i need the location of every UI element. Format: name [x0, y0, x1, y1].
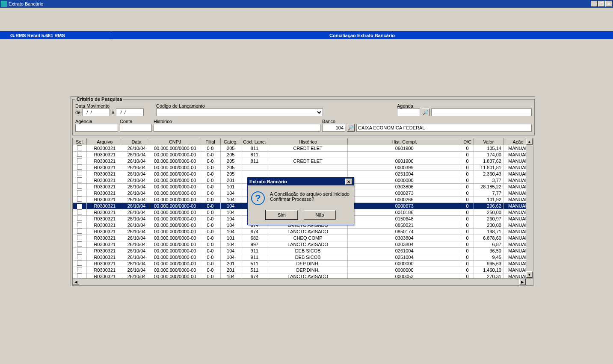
row-checkbox[interactable] [77, 152, 82, 157]
cell: 0 [461, 261, 474, 267]
cell: R0300321 [86, 254, 123, 261]
table-row[interactable]: R030032126/10/0400.000.000/0000-000-0104… [73, 248, 533, 254]
row-checkbox[interactable] [77, 158, 82, 163]
cell: 00.000.000/0000-00 [150, 197, 200, 203]
window-titlebar: Extrato Bancário _ ❐ ✕ [0, 0, 613, 8]
cell [73, 171, 87, 177]
scroll-left-button[interactable]: ◀ [73, 279, 79, 285]
table-row[interactable]: R030032126/10/0400.000.000/0000-000-0104… [73, 241, 533, 248]
date-to-input[interactable] [116, 109, 144, 116]
table-row[interactable]: R030032126/10/0400.000.000/0000-000-0205… [73, 145, 533, 152]
row-checkbox[interactable] [77, 222, 82, 227]
banco-name-input[interactable] [356, 124, 532, 132]
row-checkbox[interactable] [77, 164, 82, 170]
cell: 0-0 [200, 190, 221, 197]
restore-button[interactable]: ❐ [598, 1, 605, 7]
col-filial[interactable]: Filial [200, 139, 221, 145]
historico-input[interactable] [154, 124, 320, 132]
cell: DEP.DINH. [268, 267, 348, 273]
dialog-title: Extrato Bancário [249, 179, 287, 184]
cell: 00.000.000/0000-00 [150, 254, 200, 261]
cell: R0300321 [86, 145, 123, 152]
banco-lookup-button[interactable]: 🔎 [347, 124, 355, 132]
close-button[interactable]: ✕ [605, 1, 612, 7]
row-checkbox[interactable] [77, 209, 82, 214]
cell: 0 [461, 184, 474, 190]
col-arquivo[interactable]: Arquivo [86, 139, 123, 145]
table-row[interactable]: R030032126/10/0400.000.000/0000-000-0205… [73, 171, 533, 177]
cell: 26/10/04 [123, 222, 150, 229]
row-checkbox[interactable] [77, 248, 82, 253]
cell: 511 [241, 261, 268, 267]
table-row[interactable]: R030032126/10/0400.000.000/0000-000-0104… [73, 229, 533, 235]
row-checkbox[interactable] [77, 229, 82, 234]
cell: 0-0 [200, 203, 221, 209]
cell: 26/10/04 [123, 171, 150, 177]
cell: 28.185,22 [474, 184, 503, 190]
cell: 26/10/04 [123, 203, 150, 209]
cell: 205 [220, 152, 241, 158]
cell: 26/10/04 [123, 190, 150, 197]
col-sel[interactable]: Sel. [73, 139, 87, 145]
horizontal-scrollbar[interactable]: ◀ ▶ [73, 278, 533, 285]
col-hcompl[interactable]: Hist. Compl. [347, 139, 461, 145]
cell: 0000000 [347, 261, 461, 267]
dialog-close-button[interactable]: ✕ [345, 179, 352, 185]
row-checkbox[interactable] [77, 197, 82, 202]
dialog-no-button[interactable]: Não [304, 210, 336, 220]
row-checkbox[interactable] [77, 241, 82, 247]
agenda-code-input[interactable] [397, 109, 420, 116]
codigo-lancamento-select[interactable] [156, 109, 323, 116]
cell: 0-0 [200, 248, 221, 254]
row-checkbox[interactable] [77, 190, 82, 195]
table-row[interactable]: R030032126/10/0400.000.000/0000-000-0205… [73, 158, 533, 164]
table-row[interactable]: R030032126/10/0400.000.000/0000-000-0201… [73, 261, 533, 267]
col-data[interactable]: Data [123, 139, 150, 145]
minimize-button[interactable]: _ [591, 1, 598, 7]
col-valor[interactable]: Valor [474, 139, 503, 145]
row-checkbox[interactable] [77, 171, 82, 176]
date-from-input[interactable] [82, 109, 110, 116]
col-categ[interactable]: Categ. [220, 139, 241, 145]
scroll-right-button[interactable]: ▶ [519, 279, 526, 285]
cell [73, 267, 87, 273]
vertical-scrollbar[interactable]: ▲ ▼ [526, 138, 533, 278]
cell: 911 [241, 254, 268, 261]
cell: 101,92 [474, 197, 503, 203]
cell: DEP.DINH. [268, 261, 348, 267]
cell: R0300321 [86, 241, 123, 248]
table-row[interactable]: R030032126/10/0400.000.000/0000-000-0104… [73, 254, 533, 261]
table-row[interactable]: R030032126/10/0400.000.000/0000-000-0201… [73, 267, 533, 273]
cell: 0850021 [347, 222, 461, 229]
banco-code-input[interactable] [322, 124, 345, 132]
cell: 997 [241, 241, 268, 248]
row-checkbox[interactable] [77, 267, 82, 272]
col-cnpj[interactable]: CNPJ [150, 139, 200, 145]
row-checkbox[interactable] [77, 261, 82, 266]
row-checkbox[interactable] [77, 145, 82, 150]
table-row[interactable]: R030032126/10/0400.000.000/0000-000-0205… [73, 164, 533, 171]
cell: 6.878,60 [474, 235, 503, 241]
dialog-yes-button[interactable]: Sim [266, 210, 298, 220]
scroll-up-button[interactable]: ▲ [526, 138, 533, 145]
row-checkbox[interactable] [77, 235, 82, 240]
col-hist[interactable]: Histórico [268, 139, 348, 145]
row-checkbox[interactable] [77, 254, 82, 259]
table-row[interactable]: R030032126/10/0400.000.000/0000-000-0101… [73, 235, 533, 241]
col-codlanc[interactable]: Cód. Lanc. [241, 139, 268, 145]
scroll-down-button[interactable]: ▼ [526, 271, 533, 278]
cell: 0-0 [200, 158, 221, 164]
conta-input[interactable] [120, 124, 152, 132]
agenda-lookup-button[interactable]: 🔎 [422, 109, 429, 116]
row-checkbox[interactable] [77, 204, 82, 209]
agencia-input[interactable] [75, 124, 118, 132]
col-dc[interactable]: D/C [461, 139, 474, 145]
row-checkbox[interactable] [77, 177, 82, 182]
banco-label: Banco [322, 119, 532, 124]
agenda-display-input[interactable] [431, 109, 532, 116]
row-checkbox[interactable] [77, 184, 82, 189]
table-row[interactable]: R030032126/10/0400.000.000/0000-000-0205… [73, 152, 533, 158]
cell: 811 [241, 145, 268, 152]
cell: DEB SICOB [268, 248, 348, 254]
row-checkbox[interactable] [77, 216, 82, 221]
